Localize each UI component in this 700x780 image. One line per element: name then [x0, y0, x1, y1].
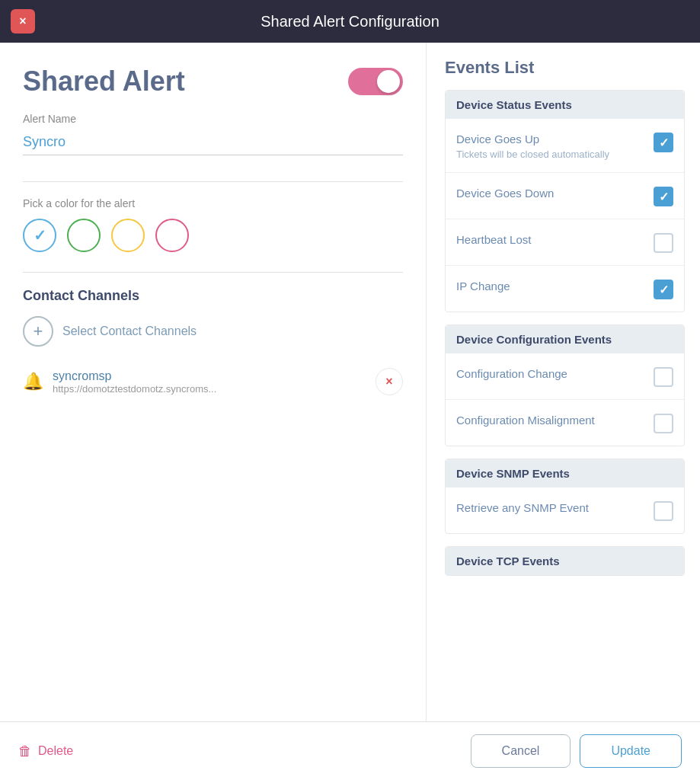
checkbox-ip-change[interactable]: [654, 280, 673, 299]
event-device-goes-up: Device Goes Up Tickets will be closed au…: [446, 119, 684, 173]
device-config-section: Device Configuration Events Configuratio…: [445, 324, 685, 446]
checkbox-device-goes-up[interactable]: [654, 133, 673, 152]
event-snmp: Retrieve any SNMP Event: [446, 488, 684, 533]
delete-icon: 🗑: [18, 743, 32, 759]
event-name-heartbeat-lost: Heartbeat Lost: [456, 232, 646, 248]
checkbox-snmp[interactable]: [654, 501, 673, 521]
channel-info: syncromsp https://domotztestdomotz.syncr…: [53, 369, 366, 395]
device-status-header: Device Status Events: [446, 91, 684, 119]
update-button[interactable]: Update: [580, 734, 682, 768]
delete-label: Delete: [38, 744, 73, 758]
event-name-snmp: Retrieve any SNMP Event: [456, 500, 646, 516]
device-snmp-header: Device SNMP Events: [446, 459, 684, 488]
color-yellow[interactable]: [111, 219, 145, 252]
divider-2: [23, 272, 403, 273]
modal-footer: 🗑 Delete Cancel Update: [0, 721, 700, 780]
color-options: ✓: [23, 219, 403, 252]
toggle-thumb: [377, 70, 400, 93]
left-panel: Shared Alert Alert Name Pick a color for…: [0, 43, 427, 721]
device-snmp-section: Device SNMP Events Retrieve any SNMP Eve…: [445, 459, 685, 534]
event-ip-change: IP Change: [446, 266, 684, 312]
event-config-change: Configuration Change: [446, 353, 684, 400]
event-name-config-change: Configuration Change: [456, 366, 646, 382]
delete-button[interactable]: 🗑 Delete: [18, 743, 73, 759]
device-tcp-section: Device TCP Events: [445, 546, 685, 576]
color-green[interactable]: [67, 219, 101, 252]
event-heartbeat-lost: Heartbeat Lost: [446, 219, 684, 266]
checkbox-device-goes-down[interactable]: [654, 187, 673, 206]
channel-remove-button[interactable]: ×: [376, 368, 403, 395]
color-blue[interactable]: ✓: [23, 219, 56, 252]
channel-url: https://domotztestdomotz.syncroms...: [53, 383, 366, 395]
add-channel-label: Select Contact Channels: [62, 324, 197, 338]
device-tcp-header: Device TCP Events: [446, 547, 684, 575]
event-name-device-goes-up: Device Goes Up: [456, 131, 609, 147]
checkbox-heartbeat-lost[interactable]: [654, 233, 673, 253]
modal-container: × Shared Alert Configuration Shared Aler…: [0, 0, 700, 780]
device-config-header: Device Configuration Events: [446, 325, 684, 353]
footer-action-buttons: Cancel Update: [471, 734, 682, 768]
right-panel: Events List Device Status Events Device …: [427, 43, 700, 721]
modal-title: Shared Alert Configuration: [261, 13, 439, 30]
close-button[interactable]: ×: [11, 9, 35, 34]
shared-alert-title: Shared Alert: [23, 66, 185, 98]
event-name-ip-change: IP Change: [456, 278, 646, 294]
color-blue-check: ✓: [34, 226, 46, 245]
shared-alert-header: Shared Alert: [23, 66, 403, 98]
event-config-misalignment: Configuration Misalignment: [446, 400, 684, 446]
checkbox-config-change[interactable]: [654, 367, 673, 387]
color-red[interactable]: [155, 219, 189, 252]
events-list-title: Events List: [445, 58, 685, 78]
channel-name: syncromsp: [53, 369, 366, 383]
add-channel-icon: +: [23, 316, 53, 347]
cancel-button[interactable]: Cancel: [471, 734, 571, 768]
modal-header: × Shared Alert Configuration: [0, 0, 700, 43]
modal-body: Shared Alert Alert Name Pick a color for…: [0, 43, 700, 721]
event-sub-device-goes-up: Tickets will be closed automatically: [456, 149, 609, 160]
channel-type-icon: 🔔: [23, 372, 43, 392]
event-name-config-misalignment: Configuration Misalignment: [456, 412, 646, 428]
enabled-toggle[interactable]: [348, 68, 403, 95]
device-status-section: Device Status Events Device Goes Up Tick…: [445, 90, 685, 312]
contact-channels-title: Contact Channels: [23, 288, 403, 304]
alert-name-input[interactable]: [23, 129, 403, 155]
channel-item: 🔔 syncromsp https://domotztestdomotz.syn…: [23, 362, 403, 401]
toggle-track[interactable]: [348, 68, 403, 95]
color-picker-label: Pick a color for the alert: [23, 197, 403, 209]
checkbox-config-misalignment[interactable]: [654, 414, 673, 433]
divider-1: [23, 181, 403, 182]
alert-name-label: Alert Name: [23, 113, 403, 125]
add-channel-button[interactable]: + Select Contact Channels: [23, 316, 403, 347]
event-device-goes-down: Device Goes Down: [446, 173, 684, 219]
event-name-device-goes-down: Device Goes Down: [456, 185, 646, 201]
event-label-container: Device Goes Up Tickets will be closed au…: [456, 131, 609, 160]
